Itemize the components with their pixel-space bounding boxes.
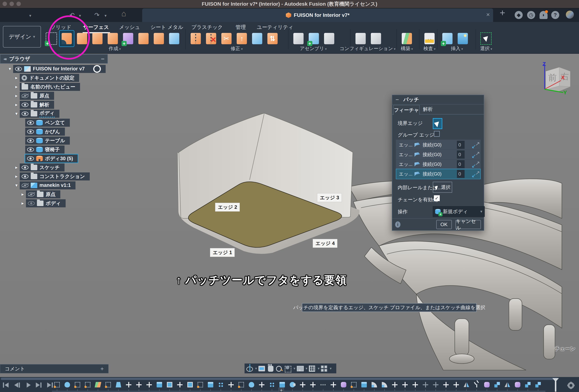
visibility-on-icon[interactable] bbox=[27, 138, 34, 143]
add-comment-icon[interactable]: + bbox=[100, 366, 104, 372]
timeline-feature-pattern-icon[interactable] bbox=[216, 381, 226, 388]
timeline-feature-pattern-icon[interactable] bbox=[267, 381, 277, 388]
info-icon[interactable]: i bbox=[395, 221, 400, 228]
viewcube-front-label[interactable]: 前 bbox=[548, 73, 557, 82]
boundary-select-button[interactable] bbox=[433, 118, 442, 129]
close-tab-icon[interactable]: × bbox=[486, 11, 490, 18]
visibility-on-icon[interactable] bbox=[27, 147, 34, 152]
ribbon-tab-5[interactable]: プラスチック bbox=[191, 24, 223, 31]
flip-direction-icon[interactable]: ↗↙ bbox=[471, 170, 480, 177]
timeline-feature-sketch-icon[interactable] bbox=[83, 381, 93, 388]
minimize-panel-icon[interactable]: − bbox=[101, 55, 105, 63]
timeline-feature-extrude-icon[interactable] bbox=[154, 381, 164, 388]
tree-item[interactable]: ▾ボディ bbox=[0, 109, 201, 118]
select-icon[interactable] bbox=[479, 31, 493, 46]
derive-icon[interactable] bbox=[291, 31, 306, 46]
ribbon-tab-4[interactable]: シート メタル bbox=[150, 24, 183, 31]
visibility-off-icon[interactable] bbox=[28, 192, 35, 197]
tree-item[interactable]: ペン立て bbox=[0, 118, 201, 127]
group-label-2[interactable]: 修正 ▾ bbox=[231, 45, 243, 52]
extend-icon[interactable]: ↑ bbox=[235, 31, 249, 46]
configuration-icon[interactable] bbox=[354, 31, 368, 46]
timeline-feature-sketch-icon[interactable] bbox=[103, 381, 113, 388]
timeline-feature-move-icon[interactable] bbox=[175, 381, 185, 388]
dialog-header[interactable]: − パッチ bbox=[392, 95, 484, 105]
group-label-6[interactable]: 検査 ▾ bbox=[424, 45, 435, 52]
timeline-feature-sketch-icon[interactable] bbox=[236, 381, 246, 388]
new-tab-icon[interactable]: + bbox=[500, 9, 505, 17]
timeline-feature-split-icon[interactable] bbox=[472, 381, 482, 388]
chevron-down-icon[interactable]: ▾ bbox=[6, 66, 13, 72]
zoom-icon[interactable] bbox=[276, 365, 283, 372]
timeline-feature-press-icon[interactable] bbox=[164, 381, 175, 388]
revolve-icon[interactable] bbox=[90, 31, 105, 46]
orbit-caret-icon[interactable]: ▾ bbox=[255, 366, 257, 371]
timeline-feature-fillet-icon[interactable] bbox=[369, 381, 379, 388]
unstitch-icon[interactable] bbox=[204, 31, 218, 46]
dialog-collapse-icon[interactable]: − bbox=[395, 96, 399, 103]
timeline-feature-move-icon[interactable] bbox=[400, 381, 410, 388]
visibility-off-icon[interactable] bbox=[22, 94, 28, 98]
tree-item[interactable]: ▾FUISON for Interior v7 bbox=[0, 64, 201, 73]
measure-icon[interactable]: ↔ bbox=[422, 31, 437, 46]
grid-icon[interactable] bbox=[309, 365, 316, 372]
construction-plane-icon[interactable] bbox=[400, 31, 414, 46]
timeline-feature-sketch-icon[interactable] bbox=[195, 381, 206, 388]
chevron-right-icon[interactable]: ▸ bbox=[13, 93, 20, 98]
extensions-icon[interactable]: ◆ bbox=[515, 11, 523, 19]
tree-item[interactable]: ▾manekin v1:1 bbox=[0, 181, 201, 190]
cancel-button[interactable]: キャンセル bbox=[455, 220, 481, 229]
timeline-feature-movedim-icon[interactable] bbox=[431, 381, 441, 388]
help-icon[interactable]: ? bbox=[551, 11, 559, 19]
visibility-on-icon[interactable] bbox=[27, 129, 34, 134]
inner-rail-select-button[interactable]: 選択 bbox=[433, 182, 452, 193]
weight-field[interactable]: 0 bbox=[457, 170, 465, 178]
continuity-value[interactable]: 接続(G0) bbox=[423, 161, 457, 167]
chevron-right-icon[interactable]: ▸ bbox=[19, 200, 26, 206]
reverse-normal-icon[interactable]: ⇅ bbox=[265, 31, 280, 46]
tree-item[interactable]: かびん bbox=[0, 127, 201, 136]
comments-bar[interactable]: コメント + bbox=[0, 364, 109, 373]
tree-item[interactable]: ▸解析 bbox=[0, 100, 201, 109]
enable-chaining-checkbox[interactable]: ✓ bbox=[434, 195, 440, 201]
ok-button[interactable]: OK bbox=[436, 220, 452, 229]
look-at-icon[interactable] bbox=[258, 365, 266, 372]
timeline-feature-move-icon[interactable] bbox=[144, 381, 154, 388]
tree-item[interactable]: ▸コンストラクション bbox=[0, 172, 201, 181]
home-icon[interactable]: ⌂ bbox=[121, 9, 126, 17]
timeline-feature-form-icon[interactable] bbox=[512, 381, 523, 388]
timeline-feature-move-icon[interactable] bbox=[134, 381, 144, 388]
timeline-feature-form-icon[interactable] bbox=[339, 381, 349, 388]
timeline-feature-extrude-icon[interactable] bbox=[206, 381, 216, 388]
display-caret-icon[interactable]: ▾ bbox=[306, 366, 307, 371]
fit-caret-icon[interactable]: ▾ bbox=[293, 366, 295, 371]
trim-icon[interactable]: ✂ bbox=[219, 31, 234, 46]
close-window-button[interactable] bbox=[2, 2, 7, 6]
timeline-feature-extrude-icon[interactable] bbox=[359, 381, 369, 388]
timeline-feature-move-icon[interactable] bbox=[328, 381, 339, 388]
orbit-icon[interactable] bbox=[246, 365, 254, 372]
redo-icon[interactable]: ↷ bbox=[94, 11, 100, 19]
timeline-feature-sketch-icon[interactable] bbox=[72, 381, 83, 388]
browser-header[interactable]: ◂◂ ブラウザ − bbox=[0, 54, 108, 64]
create-form-icon[interactable] bbox=[121, 31, 135, 46]
notifications-icon[interactable]: ◗ bbox=[540, 11, 548, 19]
chevron-right-icon[interactable]: ▸ bbox=[13, 75, 20, 81]
insert-canvas-icon[interactable] bbox=[456, 31, 470, 46]
visibility-on-icon[interactable] bbox=[27, 156, 34, 161]
tab-feature[interactable]: フィーチャ bbox=[393, 105, 420, 115]
workspace-selector[interactable]: デザイン ▾ bbox=[3, 26, 41, 48]
edge-row[interactable]: エッ...接続(G0)0↗↙ bbox=[396, 150, 480, 159]
timeline-feature-move-icon[interactable] bbox=[297, 381, 308, 388]
timeline-feature-extrude-icon[interactable] bbox=[277, 381, 287, 388]
tree-item[interactable]: ▸ドキュメントの設定 bbox=[0, 73, 201, 82]
edge-row[interactable]: エッ...接続(G0)0↗↙ bbox=[396, 169, 480, 179]
timeline-feature-sketch-icon[interactable] bbox=[349, 381, 359, 388]
group-label-8[interactable]: 選択 ▾ bbox=[480, 45, 492, 52]
tree-item[interactable]: ▸名前の付いたビュー bbox=[0, 82, 201, 91]
chevron-down-icon[interactable]: ▾ bbox=[13, 182, 20, 188]
edge-row[interactable]: エッ...接続(G0)0↗↙ bbox=[396, 159, 480, 169]
timeline-feature-move-icon[interactable] bbox=[410, 381, 420, 388]
timeline-feature-revolve-icon[interactable] bbox=[246, 381, 257, 388]
visibility-on-icon[interactable] bbox=[22, 112, 28, 116]
